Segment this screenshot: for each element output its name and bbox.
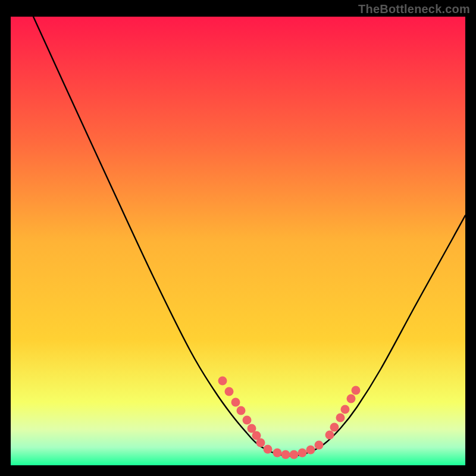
highlight-dot <box>273 449 282 458</box>
plot-background <box>11 17 465 465</box>
highlight-dot <box>336 414 345 422</box>
highlight-dot <box>231 398 240 407</box>
highlight-dot <box>330 423 339 432</box>
highlight-dot <box>256 439 265 447</box>
highlight-dot <box>315 441 324 450</box>
highlight-dot <box>306 446 315 455</box>
highlight-dot <box>264 445 273 454</box>
chart-svg <box>0 0 476 476</box>
highlight-dot <box>325 431 334 440</box>
highlight-dot <box>341 405 350 414</box>
highlight-dot <box>298 449 307 458</box>
highlight-dot <box>352 386 361 395</box>
watermark-text: TheBottleneck.com <box>358 2 470 16</box>
highlight-dot <box>237 406 246 415</box>
chart-stage: TheBottleneck.com <box>0 0 476 476</box>
highlight-dot <box>218 377 227 386</box>
highlight-dot <box>290 450 299 459</box>
highlight-dot <box>347 394 356 403</box>
highlight-dot <box>281 450 290 459</box>
highlight-dot <box>243 416 252 425</box>
highlight-dot <box>225 387 234 396</box>
